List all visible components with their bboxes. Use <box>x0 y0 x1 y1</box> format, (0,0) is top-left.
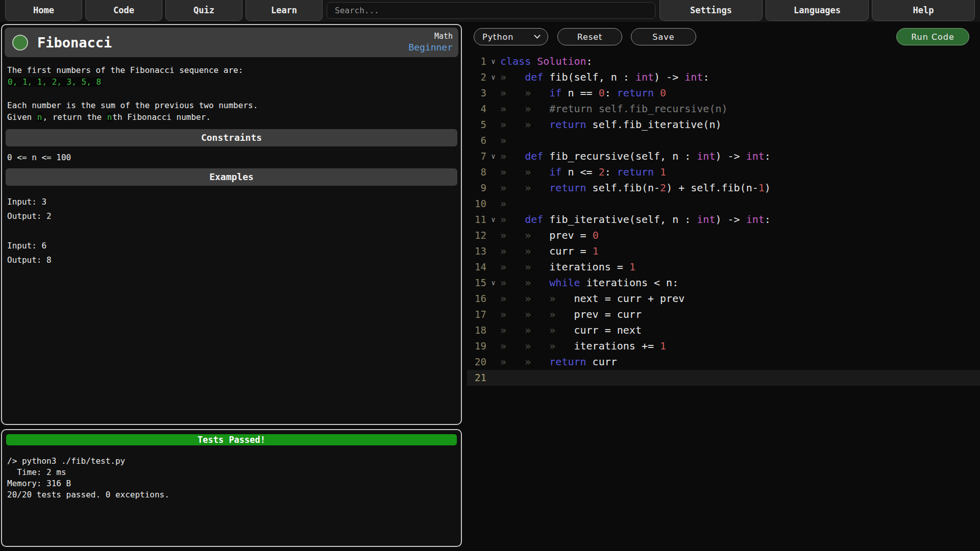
indent-guide-icon: » <box>525 322 531 338</box>
tests-status-badge: Tests Passed! <box>6 434 457 445</box>
search-input[interactable] <box>327 2 655 19</box>
constraints-header: Constraints <box>6 129 457 146</box>
code-line[interactable]: 2∨»def fib(self, n : int) -> int: <box>467 69 980 85</box>
problem-difficulty: Beginner <box>408 41 453 53</box>
line-number: 3 <box>467 85 486 101</box>
code-line[interactable]: 1∨class Solution: <box>467 54 980 69</box>
code-content: »»while iterations < n: <box>500 275 980 291</box>
fold-gutter <box>486 228 500 243</box>
example-input: Input: 3 <box>7 195 456 209</box>
line-number: 17 <box>467 307 486 322</box>
indent-guide-icon: » <box>525 85 531 101</box>
description-line: 0, 1, 1, 2, 3, 5, 8 <box>7 76 456 88</box>
code-content: »»if n <= 2: return 1 <box>500 164 980 180</box>
fold-gutter <box>486 85 500 101</box>
run-code-button[interactable]: Run Code <box>896 28 969 45</box>
fold-chevron-icon[interactable]: ∨ <box>486 54 500 69</box>
code-line[interactable]: 3»»if n == 0: return 0 <box>467 85 980 101</box>
indent-guide-icon: » <box>500 291 506 307</box>
code-editor[interactable]: 1∨class Solution:2∨»def fib(self, n : in… <box>467 54 980 386</box>
code-line[interactable]: 13»»curr = 1 <box>467 243 980 259</box>
nav-item-home[interactable]: Home <box>5 0 82 21</box>
fold-chevron-icon[interactable]: ∨ <box>486 212 500 228</box>
code-line[interactable]: 8»»if n <= 2: return 1 <box>467 164 980 180</box>
fold-chevron-icon[interactable]: ∨ <box>486 69 500 85</box>
indent-guide-icon: » <box>500 101 506 117</box>
code-line[interactable]: 12»»prev = 0 <box>467 228 980 243</box>
editor-toolbar: Python Reset Save Run Code <box>467 22 980 45</box>
nav-item-quiz[interactable]: Quiz <box>165 0 242 21</box>
code-line[interactable]: 18»»»curr = next <box>467 322 980 338</box>
code-content: »»return self.fib(n-2) + self.fib(n-1) <box>500 180 980 196</box>
indent-guide-icon: » <box>500 164 506 180</box>
code-line[interactable]: 14»»iterations = 1 <box>467 259 980 275</box>
indent-guide-icon: » <box>500 259 506 275</box>
indent-guide-icon: » <box>525 164 531 180</box>
description-line <box>7 88 456 99</box>
chevron-down-icon <box>534 32 541 39</box>
indent-guide-icon: » <box>500 85 506 101</box>
indent-guide-icon: » <box>525 275 531 291</box>
nav-item-languages[interactable]: Languages <box>766 0 869 21</box>
save-button[interactable]: Save <box>631 28 696 45</box>
code-line[interactable]: 6» <box>467 133 980 148</box>
code-line[interactable]: 11∨»def fib_iterative(self, n : int) -> … <box>467 212 980 228</box>
inline-code: n <box>37 112 43 122</box>
language-select[interactable]: Python <box>474 28 548 45</box>
line-number: 1 <box>467 54 486 69</box>
example-output: Output: 2 <box>7 209 456 223</box>
test-results-panel: Tests Passed! /> python3 ./fib/test.py T… <box>1 429 462 547</box>
indent-guide-icon: » <box>500 180 506 196</box>
code-line[interactable]: 5»»return self.fib_iterative(n) <box>467 117 980 133</box>
description-line: Each number is the sum of the previous t… <box>7 99 456 111</box>
code-line[interactable]: 10» <box>467 196 980 212</box>
indent-guide-icon: » <box>500 322 506 338</box>
line-number: 7 <box>467 148 486 164</box>
code-line[interactable]: 17»»»prev = curr <box>467 307 980 322</box>
fold-chevron-icon[interactable]: ∨ <box>486 148 500 164</box>
code-editor-region: Python Reset Save Run Code 1∨class Solut… <box>467 22 980 551</box>
line-number: 21 <box>467 370 486 386</box>
fold-chevron-icon[interactable]: ∨ <box>486 275 500 291</box>
code-line[interactable]: 19»»»iterations += 1 <box>467 338 980 354</box>
code-line[interactable]: 20»»return curr <box>467 354 980 370</box>
line-number: 16 <box>467 291 486 307</box>
code-content: »def fib_recursive(self, n : int) -> int… <box>500 148 980 164</box>
code-content: »»prev = 0 <box>500 228 980 243</box>
indent-guide-icon: » <box>500 133 506 148</box>
line-number: 5 <box>467 117 486 133</box>
code-content: »»return curr <box>500 354 980 370</box>
problem-header: Fibonacci Math Beginner <box>5 28 458 57</box>
reset-button[interactable]: Reset <box>557 28 622 45</box>
code-line[interactable]: 21 <box>467 370 980 386</box>
code-content <box>500 370 980 386</box>
code-line[interactable]: 9»»return self.fib(n-2) + self.fib(n-1) <box>467 180 980 196</box>
nav-item-help[interactable]: Help <box>872 0 975 21</box>
code-line[interactable]: 4»»#return self.fib_recursive(n) <box>467 101 980 117</box>
inline-code: 0, 1, 1, 2, 3, 5, 8 <box>7 77 102 87</box>
code-line[interactable]: 16»»»next = curr + prev <box>467 291 980 307</box>
nav-item-settings[interactable]: Settings <box>659 0 763 21</box>
code-content: »»»prev = curr <box>500 307 980 322</box>
line-number: 9 <box>467 180 486 196</box>
indent-guide-icon: » <box>500 307 506 322</box>
indent-guide-icon: » <box>525 228 531 243</box>
code-content: »»curr = 1 <box>500 243 980 259</box>
code-line[interactable]: 7∨»def fib_recursive(self, n : int) -> i… <box>467 148 980 164</box>
fold-gutter <box>486 259 500 275</box>
nav-item-learn[interactable]: Learn <box>246 0 323 21</box>
code-content: »def fib_iterative(self, n : int) -> int… <box>500 212 980 228</box>
line-number: 12 <box>467 228 486 243</box>
line-number: 8 <box>467 164 486 180</box>
nav-item-code[interactable]: Code <box>85 0 162 21</box>
code-line[interactable]: 15∨»»while iterations < n: <box>467 275 980 291</box>
problem-description: The first numbers of the Fibonacci seque… <box>2 60 461 123</box>
description-line: The first numbers of the Fibonacci seque… <box>7 64 456 76</box>
description-line: Given n, return the nth Fibonacci number… <box>7 111 456 123</box>
fold-gutter <box>486 117 500 133</box>
indent-guide-icon: » <box>525 117 531 133</box>
code-content: »»»iterations += 1 <box>500 338 980 354</box>
fold-gutter <box>486 164 500 180</box>
examples-list: Input: 3Output: 2Input: 6Output: 8 <box>2 191 461 267</box>
code-content: »»iterations = 1 <box>500 259 980 275</box>
